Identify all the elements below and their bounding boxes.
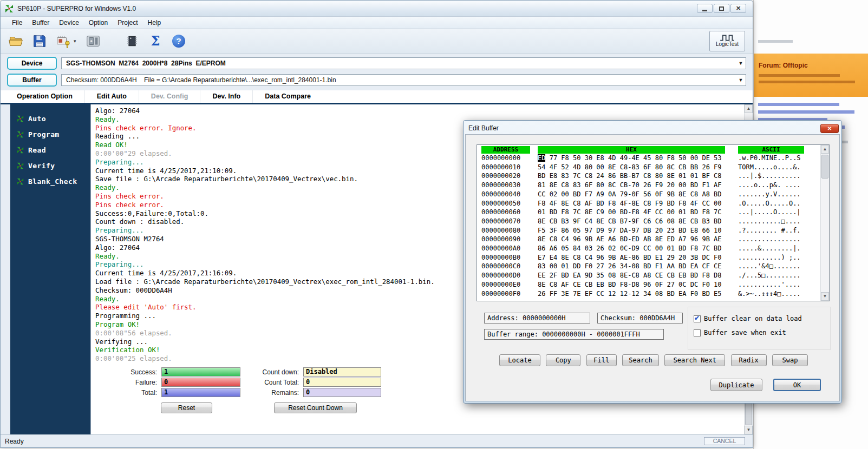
counter-row: Success:1 xyxy=(123,367,240,377)
sidebar-item-read[interactable]: Read xyxy=(10,142,90,158)
tab-dev-config[interactable]: Dev. Config xyxy=(139,90,200,103)
hex-scrollbar[interactable]: ▲ ▼ xyxy=(820,145,829,301)
chip-icon[interactable] xyxy=(123,32,141,50)
scroll-down-icon[interactable]: ▼ xyxy=(745,426,753,434)
buffer-button[interactable]: Buffer xyxy=(7,74,57,87)
tab-dev-info[interactable]: Dev. Info xyxy=(200,90,252,103)
hex-ascii: .O.....O.....O.. xyxy=(738,199,804,208)
search-next-button[interactable]: Search Next xyxy=(664,354,725,366)
menu-file[interactable]: File xyxy=(7,17,27,28)
open-file-icon[interactable] xyxy=(7,32,25,50)
hex-address: 0000000090 xyxy=(481,235,530,244)
sidebar-item-label: Verify xyxy=(28,162,55,170)
operation-icon xyxy=(17,178,24,185)
menu-project[interactable]: Project xyxy=(113,17,142,28)
blurred-text-line xyxy=(759,74,840,77)
address-field[interactable]: Address: 0000000000H xyxy=(484,313,590,323)
menu-device[interactable]: Device xyxy=(54,17,84,28)
buffer-field[interactable]: Checksum: 000DD6A4H File = G:\Arcade Rep… xyxy=(61,74,746,86)
sidebar-item-auto[interactable]: Auto xyxy=(10,111,90,127)
question-glyph: ? xyxy=(172,35,185,48)
menu-buffer[interactable]: Buffer xyxy=(27,17,54,28)
hex-address: 00000000E0 xyxy=(481,280,530,289)
sidebar-item-verify[interactable]: Verify xyxy=(10,158,90,174)
swap-button[interactable]: Swap xyxy=(772,354,808,366)
scroll-up-icon[interactable]: ▲ xyxy=(745,104,753,113)
search-button[interactable]: Search xyxy=(622,354,659,366)
close-button[interactable]: ✕ xyxy=(730,4,746,13)
counter-row: Count down:Disabled xyxy=(253,367,381,377)
cancel-button[interactable]: CANCEL xyxy=(704,437,745,445)
dialog-close-button[interactable]: ✕ xyxy=(820,124,839,133)
hex-address: 0000000040 xyxy=(481,190,530,199)
copy-button[interactable]: Copy xyxy=(546,354,580,366)
buffer-dropdown-icon[interactable]: ▼ xyxy=(736,77,746,83)
program-device-icon[interactable] xyxy=(84,32,102,50)
tab-data-compare[interactable]: Data Compare xyxy=(252,90,323,103)
duplicate-button[interactable]: Duplicate xyxy=(710,379,762,391)
dialog-bottom-buttons: DuplicateOK xyxy=(710,379,821,391)
menu-help[interactable]: Help xyxy=(143,17,166,28)
device-button[interactable]: Device xyxy=(7,57,57,70)
fill-button[interactable]: Fill xyxy=(586,354,617,366)
status-text: Ready xyxy=(5,438,24,445)
blurred-link-line xyxy=(758,103,839,106)
hex-row: 00000000908E C8 C4 96 9B AE A6 BD-ED AB … xyxy=(477,235,829,244)
minimize-icon xyxy=(702,10,707,11)
hex-ascii: ...........'.... xyxy=(738,280,804,289)
counter-row: Failure:0 xyxy=(123,378,240,387)
hex-ascii: .w.P0.MINE..P..S xyxy=(738,154,804,163)
hex-bytes: BD E8 83 7C C8 24 86 BB-B7 C8 80 8E 01 0… xyxy=(538,171,725,181)
hex-ascii: ...........□.... xyxy=(738,217,804,226)
dialog-title-bar[interactable]: Edit Buffer ✕ xyxy=(465,122,840,134)
ok-button[interactable]: OK xyxy=(773,379,821,391)
sidebar-item-blank-check[interactable]: Blank_Check xyxy=(10,174,90,189)
checkbox-box[interactable] xyxy=(694,315,701,322)
device-field[interactable]: SGS-THOMSON M2764 2000H*8 28Pins E/EPROM… xyxy=(61,57,746,69)
hex-cursor[interactable]: ED xyxy=(538,154,545,162)
hex-row: 000000006001 BD F8 7C 8E C9 00 BD-F8 4F … xyxy=(477,208,829,217)
logictest-button[interactable]: LogicTest xyxy=(709,31,745,51)
counter-row: Remains:0 xyxy=(253,388,381,397)
hex-address: 00000000B0 xyxy=(481,253,530,262)
close-icon: ✕ xyxy=(736,5,741,11)
hex-address: 0000000050 xyxy=(481,199,530,208)
scroll-up-icon[interactable]: ▲ xyxy=(821,145,829,154)
select-device-icon[interactable] xyxy=(54,32,72,50)
hex-ascii: .?........ #..f. xyxy=(738,226,804,235)
hex-row: 00000000C083 00 01 DD F0 27 26 34-08 BD … xyxy=(477,262,829,271)
tab-edit-auto[interactable]: Edit Auto xyxy=(84,90,139,103)
sidebar-item-program[interactable]: Program xyxy=(10,127,90,142)
save-file-icon[interactable] xyxy=(30,32,49,50)
reset-count-down-button[interactable]: Reset Count Down xyxy=(274,402,357,413)
minimize-button[interactable] xyxy=(697,4,713,13)
operation-icon xyxy=(17,115,24,122)
hex-header-address: ADDRESS xyxy=(481,146,530,154)
counter-value-remains: 0 xyxy=(303,388,381,397)
menu-option[interactable]: Option xyxy=(84,17,113,28)
select-device-dropdown-icon[interactable]: ▾ xyxy=(74,38,79,44)
hex-row: 00000000A086 A6 05 84 03 26 02 0C-D9 CC … xyxy=(477,244,829,253)
sidebar-item-label: Read xyxy=(28,146,46,154)
checkbox-label: Buffer clear on data load xyxy=(704,315,802,322)
hex-ascii: .......y.V...... xyxy=(738,190,804,199)
buffer-row: Buffer Checksum: 000DD6A4H File = G:\Arc… xyxy=(7,73,746,87)
reset-button[interactable]: Reset xyxy=(161,402,212,413)
device-dropdown-icon[interactable]: ▼ xyxy=(736,61,746,66)
checkbox-buffer-clear-on-data-load[interactable]: Buffer clear on data load xyxy=(694,313,830,325)
tab-operation-option[interactable]: Operation Option xyxy=(5,90,84,103)
scroll-down-icon[interactable]: ▼ xyxy=(821,292,829,301)
hex-address: 00000000A0 xyxy=(481,244,530,253)
counter-row: Count Total:0 xyxy=(253,378,381,387)
checkbox-box[interactable] xyxy=(694,329,701,336)
checksum-sigma-icon[interactable]: Σ xyxy=(146,32,165,50)
locate-button[interactable]: Locate xyxy=(499,354,540,366)
checkbox-buffer-save-when-exit[interactable]: Buffer save when exit xyxy=(694,327,830,339)
title-bar[interactable]: SP610P - SUPERPRO for Windows V1.0 ✕ xyxy=(1,1,753,17)
radix-button[interactable]: Radix xyxy=(731,354,767,366)
hex-editor[interactable]: ADDRESS HEX ASCII 0000000000ED 77 F8 50 … xyxy=(477,144,830,301)
help-icon[interactable]: ? xyxy=(169,32,188,50)
scrollbar-thumb[interactable] xyxy=(821,155,828,179)
hex-bytes: E7 E4 8E C8 C4 96 9B AE-86 BD E1 29 20 3… xyxy=(538,253,725,262)
maximize-button[interactable] xyxy=(714,4,729,13)
